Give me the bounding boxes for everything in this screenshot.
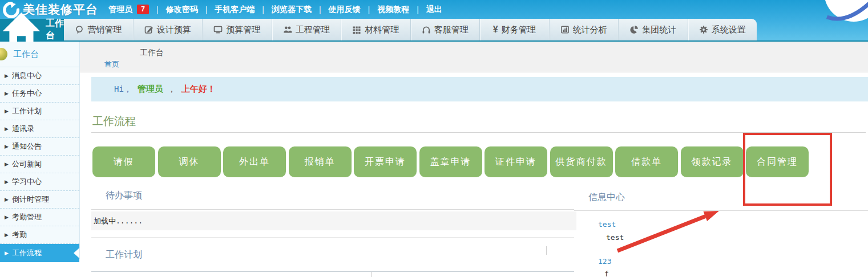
sidebar-item-task-center[interactable]: ▶任务中心 <box>0 85 79 103</box>
tab-label: 客服管理 <box>434 25 469 35</box>
notification-badge[interactable]: 7 <box>137 5 149 14</box>
info-divider <box>574 210 868 211</box>
sidebar-item-label: 考勤管理 <box>12 213 42 221</box>
workflow-button-row: 请假 调休 外出单 报销单 开票申请 盖章申请 证件申请 供货商付款 借款单 领… <box>92 146 809 177</box>
arrow-bullet-icon: ▶ <box>5 126 9 132</box>
seal-request-button[interactable]: 盖章申请 <box>419 146 482 177</box>
chat-icon <box>75 25 84 34</box>
info-item-sub[interactable]: test <box>606 233 624 242</box>
tab-label: 营销管理 <box>87 25 122 35</box>
workbench-orb-icon <box>0 48 7 60</box>
main-nav: 工作台 营销管理 设计预算 预算管理 工程管理 材料管理 客服管理 ¥ 财务管理… <box>0 19 757 40</box>
tab-label: 系统设置 <box>712 25 746 35</box>
sidebar-item-work-plan[interactable]: ▶工作计划 <box>0 103 79 120</box>
gear-icon <box>699 25 708 34</box>
mobile-client-link[interactable]: 手机客户端 <box>215 5 255 15</box>
menu-separator: | <box>368 5 370 14</box>
contract-management-button[interactable]: 合同管理 <box>746 146 809 177</box>
arrow-bullet-icon: ▶ <box>5 197 9 202</box>
sidebar-item-label: 通讯录 <box>12 124 34 133</box>
sidebar-item-message-center[interactable]: ▶消息中心 <box>0 67 79 85</box>
sidebar-item-label: 消息中心 <box>12 71 42 80</box>
loan-form-button[interactable]: 借款单 <box>615 146 678 177</box>
arrow-bullet-icon: ▶ <box>5 73 9 79</box>
supplier-payment-button[interactable]: 供货商付款 <box>550 146 613 177</box>
topbar: 美佳装修平台 管理员 7 | 修改密码 | 手机客户端 | 浏览器下载 | 使用… <box>0 0 868 19</box>
tab-finance[interactable]: ¥ 财务管理 <box>479 19 549 40</box>
reimbursement-button[interactable]: 报销单 <box>289 146 352 177</box>
grid-icon <box>352 25 361 34</box>
tab-label: 材料管理 <box>365 25 399 35</box>
sidebar-item-label: 通知公告 <box>12 142 42 150</box>
outing-form-button[interactable]: 外出单 <box>223 146 286 177</box>
info-item-sub[interactable]: f <box>604 270 609 277</box>
sidebar-item-company-news[interactable]: ▶公司新闻 <box>0 156 79 173</box>
yen-icon: ¥ <box>493 25 498 34</box>
breadcrumb-home-link[interactable]: 首页 <box>104 59 119 70</box>
edit-icon <box>144 25 154 34</box>
greeting-message: 上午好！ <box>181 84 216 95</box>
todo-divider <box>91 209 574 210</box>
menu-separator: | <box>205 5 208 14</box>
tab-customer-service[interactable]: 客服管理 <box>410 19 480 40</box>
tab-group-stats[interactable]: 集团统计 <box>618 19 688 40</box>
tab-statistics[interactable]: 统计分析 <box>549 19 619 40</box>
menu-separator: | <box>156 5 159 14</box>
sidebar-item-attendance[interactable]: ▶考勤 <box>0 226 79 244</box>
shift-swap-button[interactable]: 调休 <box>158 146 221 177</box>
tab-marketing[interactable]: 营销管理 <box>64 19 133 40</box>
arrow-bullet-icon: ▶ <box>5 214 9 220</box>
greeting-bar: Hi， 管理员 ， 上午好！ <box>91 77 868 101</box>
sidebar-item-announcements[interactable]: ▶通知公告 <box>0 138 79 156</box>
tab-engineering[interactable]: 工程管理 <box>272 19 341 40</box>
sidebar-item-learning-center[interactable]: ▶学习中心 <box>0 173 79 191</box>
sidebar-item-label: 考勤 <box>12 230 27 239</box>
todo-section-title: 待办事项 <box>106 190 142 202</box>
payment-record-button[interactable]: 领款记录 <box>681 146 744 177</box>
arrow-bullet-icon: ▶ <box>5 108 9 114</box>
greeting-comma: ， <box>168 84 176 95</box>
arrow-bullet-icon: ▶ <box>5 91 9 96</box>
workflow-section-title: 工作流程 <box>92 114 136 129</box>
tab-budget[interactable]: 预算管理 <box>202 19 272 40</box>
sidebar-item-attendance-mgmt[interactable]: ▶考勤管理 <box>0 209 79 226</box>
logout-link[interactable]: 退出 <box>426 5 442 15</box>
feedback-link[interactable]: 使用反馈 <box>329 5 361 15</box>
tab-label: 设计预算 <box>157 25 191 35</box>
sidebar-item-workflow[interactable]: ▶工作流程 <box>0 244 79 262</box>
user-menu[interactable]: 管理员 <box>108 5 132 15</box>
sidebar-item-label: 学习中心 <box>12 177 42 186</box>
arrow-bullet-icon: ▶ <box>5 232 9 238</box>
menu-separator: | <box>417 5 419 14</box>
sidebar-item-label: 工作计划 <box>12 107 42 115</box>
tab-design-budget[interactable]: 设计预算 <box>133 19 203 40</box>
breadcrumb-strip: 工作台 首页 <box>80 42 868 72</box>
sidebar-item-contacts[interactable]: ▶通讯录 <box>0 120 79 138</box>
table-column-divider <box>371 272 372 277</box>
browser-download-link[interactable]: 浏览器下载 <box>272 5 312 15</box>
tab-system-settings[interactable]: 系统设置 <box>688 19 757 40</box>
sidebar-item-countdown[interactable]: ▶倒计时管理 <box>0 191 79 209</box>
video-tutorial-link[interactable]: 视频教程 <box>377 5 409 15</box>
info-item-link[interactable]: 123 <box>598 257 611 266</box>
menu-separator: | <box>319 5 321 14</box>
tab-workbench[interactable]: 工作台 <box>0 19 64 40</box>
greeting-username: 管理员 <box>138 84 163 95</box>
invoice-request-button[interactable]: 开票申请 <box>354 146 417 177</box>
panel-divider <box>91 237 574 238</box>
annotation-arrow <box>609 203 729 257</box>
tab-label: 统计分析 <box>573 25 607 35</box>
info-item-link[interactable]: test <box>598 220 616 229</box>
sidebar-item-label: 倒计时管理 <box>12 195 49 203</box>
info-section-title: 信息中心 <box>588 192 625 203</box>
sidebar-item-label: 任务中心 <box>12 89 42 97</box>
todo-loading-text: 加载中...... <box>91 211 576 230</box>
sidebar-item-label: 工作流程 <box>12 249 42 257</box>
tab-materials[interactable]: 材料管理 <box>341 19 410 40</box>
change-password-link[interactable]: 修改密码 <box>166 5 198 15</box>
topbar-menu: 管理员 7 | 修改密码 | 手机客户端 | 浏览器下载 | 使用反馈 | 视频… <box>108 5 442 15</box>
arrow-bullet-icon: ▶ <box>5 144 9 149</box>
arrow-bullet-icon: ▶ <box>5 161 9 167</box>
leave-request-button[interactable]: 请假 <box>92 146 155 177</box>
certificate-request-button[interactable]: 证件申请 <box>485 146 547 177</box>
